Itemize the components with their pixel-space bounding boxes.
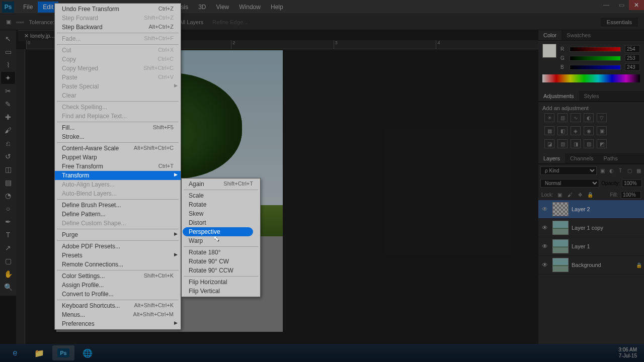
brush-tool-icon[interactable]: 🖌 [1,124,15,136]
blur-tool-icon[interactable]: ◔ [1,190,15,202]
foreground-color-swatch[interactable] [542,44,556,58]
menu-item-remote-connections-[interactable]: Remote Connections... [55,260,181,269]
layer-name[interactable]: Layer 1 [572,243,590,249]
marquee-tool-icon[interactable]: ▭ [1,46,15,58]
menu-item-fill-[interactable]: Fill...Shift+F5 [55,123,181,132]
fill-input[interactable] [621,191,641,199]
menu-item-free-transform[interactable]: Free TransformCtrl+T [55,162,181,171]
menu-item-preferences[interactable]: Preferences▶ [55,319,181,328]
system-clock[interactable]: 3:06 AM 7-Jul-15 [618,347,641,359]
eyedropper-tool-icon[interactable]: ✎ [1,98,15,110]
color-ramp[interactable] [542,74,640,82]
layer-name[interactable]: Layer 2 [572,206,590,212]
hue-icon[interactable]: ▦ [544,126,554,135]
photo-filter-icon[interactable]: ◈ [571,126,581,135]
submenu-item-distort[interactable]: Distort [182,218,260,227]
menu-file[interactable]: File [18,2,38,13]
menu-view[interactable]: View [211,2,234,13]
layer-thumbnail[interactable] [552,239,569,253]
filter-pixel-icon[interactable]: ▣ [599,167,606,174]
zoom-tool-icon[interactable]: 🔍 [1,281,15,293]
bw-icon[interactable]: ◧ [557,126,568,135]
layer-filter-select[interactable]: ρ Kind [540,166,597,175]
submenu-item-skew[interactable]: Skew [182,209,260,218]
menu-help[interactable]: Help [266,2,288,13]
maximize-button[interactable]: ▭ [614,0,629,10]
submenu-item-rotate-90-ccw[interactable]: Rotate 90° CCW [182,266,260,275]
minimize-button[interactable]: — [599,0,614,10]
submenu-item-scale[interactable]: Scale [182,191,260,200]
menu-item-color-settings-[interactable]: Color Settings...Shift+Ctrl+K [55,272,181,281]
refine-edge-button[interactable]: Refine Edge... [208,18,252,26]
menu-item-define-pattern-[interactable]: Define Pattern... [55,210,181,219]
blue-value[interactable]: 243 [625,63,640,71]
lock-all-icon[interactable]: 🔒 [587,192,594,199]
gradient-map-icon[interactable]: ▨ [584,139,594,148]
lock-trans-icon[interactable]: ▣ [556,192,564,199]
menu-item-menus-[interactable]: Menus...Alt+Shift+Ctrl+M [55,310,181,319]
visibility-icon[interactable]: 👁 [540,206,549,213]
green-slider[interactable] [570,56,621,61]
path-tool-icon[interactable]: ↗ [1,242,15,254]
visibility-icon[interactable]: 👁 [540,224,549,231]
menu-item-step-backward[interactable]: Step BackwardAlt+Ctrl+Z [55,23,181,32]
tab-paths[interactable]: Paths [599,153,623,163]
layer-thumbnail[interactable] [552,258,569,272]
ie-icon[interactable]: e [4,345,26,360]
vibrance-icon[interactable]: ▽ [597,113,607,122]
submenu-item-flip-vertical[interactable]: Flip Vertical [182,287,260,296]
layer-thumbnail[interactable] [552,202,569,216]
heal-tool-icon[interactable]: ✚ [1,111,15,123]
menu-item-transform[interactable]: Transform▶ [55,171,181,180]
tab-color[interactable]: Color [538,30,561,40]
submenu-item-rotate[interactable]: Rotate [182,200,260,209]
gradient-tool-icon[interactable]: ▤ [1,176,15,189]
tab-swatches[interactable]: Swatches [561,30,596,40]
history-tool-icon[interactable]: ↺ [1,150,15,162]
blue-slider[interactable] [570,65,621,70]
filter-adjust-icon[interactable]: ◐ [608,167,615,174]
lock-pixel-icon[interactable]: 🖌 [567,192,574,199]
dodge-tool-icon[interactable]: ○ [1,203,15,215]
channel-mixer-icon[interactable]: ◉ [584,126,594,135]
menu-item-keyboard-shortcuts-[interactable]: Keyboard Shortcuts...Alt+Shift+Ctrl+K [55,301,181,310]
menu-item-content-aware-scale[interactable]: Content-Aware ScaleAlt+Shift+Ctrl+C [55,144,181,153]
menu-item-assign-profile-[interactable]: Assign Profile... [55,281,181,290]
visibility-icon[interactable]: 👁 [540,243,549,250]
posterize-icon[interactable]: ▧ [557,139,568,148]
submenu-item-flip-horizontal[interactable]: Flip Horizontal [182,278,260,287]
green-value[interactable]: 253 [625,54,640,62]
explorer-icon[interactable]: 📁 [28,345,50,360]
submenu-item-again[interactable]: AgainShift+Ctrl+T [182,179,260,189]
menu-item-define-brush-preset-[interactable]: Define Brush Preset... [55,201,181,210]
tab-adjustments[interactable]: Adjustments [538,91,579,101]
menu-item-undo-free-transform[interactable]: Undo Free TransformCtrl+Z [55,5,181,14]
submenu-item-warp[interactable]: Warp [182,236,260,245]
lasso-tool-icon[interactable]: ⌇ [1,59,15,71]
pen-tool-icon[interactable]: ✒ [1,216,15,228]
opacity-input[interactable] [622,179,642,187]
menu-3d[interactable]: 3D [193,2,211,13]
crop-tool-icon[interactable]: ✂ [1,85,15,97]
layer-row[interactable]: 👁 Layer 2 [538,200,644,219]
layer-row[interactable]: 👁 Background 🔒 [538,256,644,275]
menu-item-purge[interactable]: Purge▶ [55,230,181,239]
curves-icon[interactable]: ∿ [571,113,581,122]
levels-icon[interactable]: ▥ [557,113,568,122]
close-button[interactable]: ✕ [629,0,644,10]
eraser-tool-icon[interactable]: ◫ [1,163,15,175]
menu-window[interactable]: Window [234,2,266,13]
menu-item-adobe-pdf-presets-[interactable]: Adobe PDF Presets... [55,242,181,251]
menu-item-puppet-warp[interactable]: Puppet Warp [55,153,181,162]
menu-item-stroke-[interactable]: Stroke... [55,132,181,141]
type-tool-icon[interactable]: T [1,229,15,241]
tab-styles[interactable]: Styles [579,91,604,101]
filter-type-icon[interactable]: T [617,167,624,174]
workspace-switcher[interactable]: Essentials [601,18,638,27]
layer-name[interactable]: Layer 1 copy [572,225,603,231]
lock-pos-icon[interactable]: ✥ [577,192,584,199]
photoshop-icon[interactable]: Ps [52,345,74,360]
menu-item-convert-to-profile-[interactable]: Convert to Profile... [55,290,181,299]
hand-tool-icon[interactable]: ✋ [1,268,15,280]
brightness-icon[interactable]: ☀ [544,113,554,122]
